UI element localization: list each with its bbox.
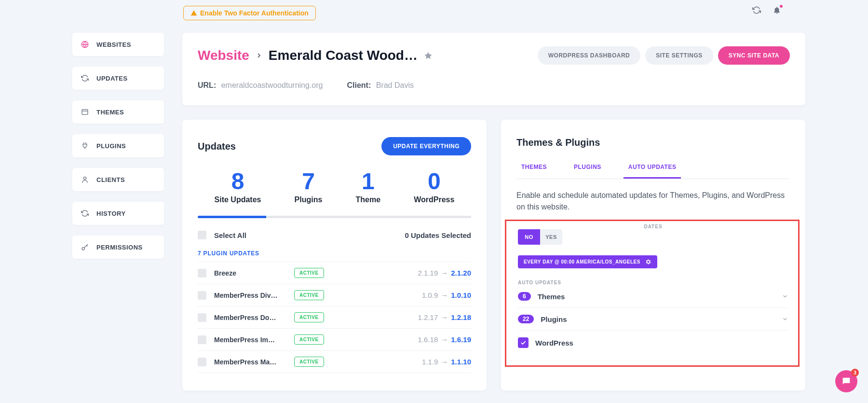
svg-point-2: [83, 177, 86, 180]
tab-themes[interactable]: THEMES: [516, 164, 552, 179]
status-badge: ACTIVE: [294, 357, 324, 367]
sync-site-data-button[interactable]: SYNC SITE DATA: [718, 46, 790, 65]
update-row[interactable]: MemberPress Ma…ACTIVE1.1.9→1.1.10: [198, 351, 471, 373]
plugin-name: MemberPress Do…: [214, 314, 286, 321]
auto-updates-sub-label: AUTO UPDATES: [518, 280, 788, 285]
update-row-checkbox[interactable]: [198, 291, 206, 300]
update-row-checkbox[interactable]: [198, 335, 206, 344]
themes-plugins-title: Themes & Plugins: [516, 137, 790, 148]
key-icon: [81, 243, 90, 251]
auto-row-wordpress[interactable]: WordPress: [518, 331, 788, 355]
sidebar-item-clients[interactable]: CLIENTS: [72, 168, 164, 191]
version-to: 2.1.20: [451, 269, 471, 277]
arrow-right-icon: →: [441, 291, 448, 299]
count-badge: 22: [518, 315, 534, 323]
stat-theme[interactable]: 1 Theme: [356, 168, 381, 204]
select-all-label[interactable]: Select All: [214, 231, 246, 239]
themes-plugins-card: Themes & Plugins THEMES PLUGINS AUTO UPD…: [501, 120, 805, 390]
stat-label: Site Updates: [215, 195, 261, 204]
auto-row-label: WordPress: [535, 339, 573, 347]
select-all-checkbox[interactable]: [198, 231, 206, 239]
notification-bell-icon[interactable]: [773, 6, 781, 14]
updates-progress-bar: [198, 216, 471, 218]
breadcrumb-root[interactable]: Website: [198, 48, 249, 63]
favorite-star-icon[interactable]: [424, 51, 433, 60]
client-value[interactable]: Brad Davis: [376, 81, 414, 89]
arrow-right-icon: →: [441, 313, 448, 321]
auto-updates-head-label: DATES: [518, 224, 788, 229]
sidebar-item-updates[interactable]: UPDATES: [72, 67, 164, 90]
sidebar-item-websites[interactable]: WEBSITES: [72, 33, 164, 56]
arrow-right-icon: →: [441, 269, 448, 277]
update-row[interactable]: MemberPress Do…ACTIVE1.2.17→1.2.18: [198, 306, 471, 329]
warning-icon: [190, 10, 197, 16]
sidebar-item-history[interactable]: HISTORY: [72, 202, 164, 225]
auto-updates-description: Enable and schedule automated updates fo…: [516, 190, 790, 213]
tab-auto-updates[interactable]: AUTO UPDATES: [624, 164, 681, 179]
window-icon: [81, 108, 90, 116]
chevron-down-icon[interactable]: [782, 316, 788, 322]
sidebar-item-plugins[interactable]: PLUGINS: [72, 134, 164, 157]
wordpress-dashboard-button[interactable]: WORDPRESS DASHBOARD: [538, 46, 641, 65]
update-everything-button[interactable]: UPDATE EVERYTHING: [381, 137, 471, 155]
sidebar-item-label: CLIENTS: [96, 176, 125, 183]
plugin-updates-section-label: 7 PLUGIN UPDATES: [198, 250, 471, 257]
gear-icon[interactable]: [645, 259, 651, 265]
update-row-checkbox[interactable]: [198, 358, 206, 366]
stat-num: 1: [356, 168, 381, 195]
stat-num: 0: [414, 168, 454, 195]
auto-row-plugins[interactable]: 22 Plugins: [518, 308, 788, 331]
auto-updates-no-yes-toggle[interactable]: NO YES: [518, 229, 562, 245]
update-row-checkbox[interactable]: [198, 269, 206, 278]
sidebar-item-label: PERMISSIONS: [96, 244, 143, 251]
updates-title: Updates: [198, 141, 236, 152]
stat-wordpress[interactable]: 0 WordPress: [414, 168, 454, 204]
sidebar-item-themes[interactable]: THEMES: [72, 100, 164, 124]
chevron-right-icon: [255, 52, 263, 59]
status-badge: ACTIVE: [294, 334, 324, 345]
version-to: 1.6.19: [451, 335, 471, 344]
svg-rect-1: [82, 110, 88, 115]
update-row[interactable]: BreezeACTIVE2.1.19→2.1.20: [198, 262, 471, 284]
version-to: 1.1.10: [451, 358, 471, 366]
auto-row-themes[interactable]: 6 Themes: [518, 285, 788, 308]
plugin-name: Breeze: [214, 269, 286, 277]
chat-fab[interactable]: 3: [835, 370, 857, 392]
count-badge: 6: [518, 292, 531, 301]
tab-plugins[interactable]: PLUGINS: [569, 164, 606, 179]
toggle-no[interactable]: NO: [518, 229, 540, 245]
client-label: Client:: [347, 81, 371, 89]
page-title: Emerald Coast Woodturni…: [269, 48, 418, 63]
chevron-down-icon[interactable]: [782, 293, 788, 300]
sidebar-nav: WEBSITES UPDATES THEMES PLUGINS CLIENTS …: [72, 33, 164, 259]
wordpress-checked-icon[interactable]: [518, 337, 529, 348]
arrow-right-icon: →: [441, 335, 448, 344]
stat-label: WordPress: [414, 195, 454, 204]
sidebar-item-label: WEBSITES: [96, 41, 131, 48]
stat-plugins[interactable]: 7 Plugins: [295, 168, 323, 204]
toggle-yes[interactable]: YES: [540, 229, 562, 245]
tfa-label: Enable Two Factor Authentication: [200, 9, 309, 17]
version-from: 2.1.19: [418, 269, 438, 277]
refresh-icon: [81, 209, 90, 217]
refresh-icon[interactable]: [752, 6, 761, 14]
sidebar-item-label: PLUGINS: [96, 142, 126, 150]
auto-row-label: Plugins: [541, 315, 567, 323]
tfa-banner[interactable]: Enable Two Factor Authentication: [183, 6, 316, 20]
plug-icon: [81, 142, 90, 150]
arrow-right-icon: →: [441, 358, 448, 366]
themes-plugins-tabs: THEMES PLUGINS AUTO UPDATES: [516, 164, 790, 179]
user-icon: [81, 176, 90, 183]
sidebar-item-permissions[interactable]: PERMISSIONS: [72, 236, 164, 259]
plugin-name: MemberPress Div…: [214, 292, 286, 299]
update-row-checkbox[interactable]: [198, 313, 206, 322]
version-from: 1.2.17: [418, 313, 438, 321]
update-row[interactable]: MemberPress Div…ACTIVE1.0.9→1.0.10: [198, 284, 471, 306]
auto-updates-schedule-chip[interactable]: EVERY DAY @ 00:00 AMERICA/LOS_ANGELES: [518, 255, 657, 268]
sidebar-item-label: HISTORY: [96, 210, 126, 217]
update-row[interactable]: MemberPress Im…ACTIVE1.6.18→1.6.19: [198, 329, 471, 351]
breadcrumb: Website Emerald Coast Woodturni…: [198, 48, 538, 63]
site-settings-button[interactable]: SITE SETTINGS: [645, 46, 713, 65]
url-value[interactable]: emeraldcoastwoodturning.org: [221, 81, 323, 89]
stat-site-updates[interactable]: 8 Site Updates: [215, 168, 261, 204]
